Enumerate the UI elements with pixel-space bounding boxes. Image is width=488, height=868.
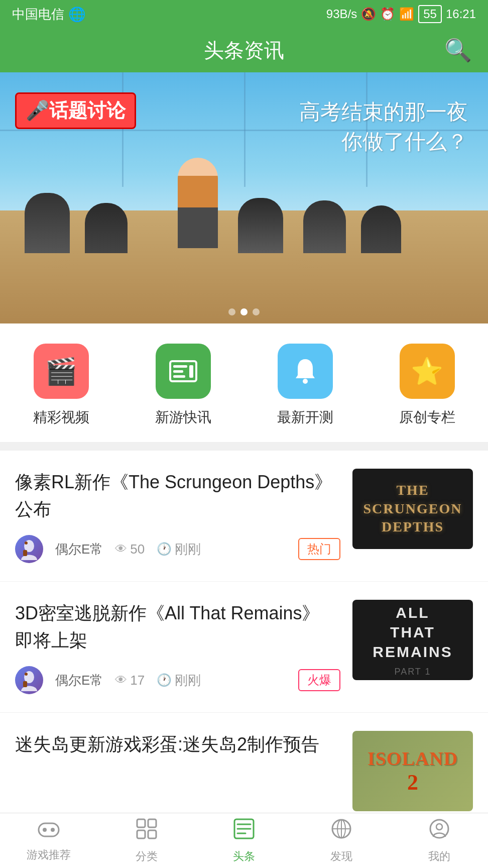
banner-dots — [228, 308, 260, 315]
nav-category-label: 分类 — [136, 849, 158, 864]
svg-point-6 — [303, 360, 308, 365]
news-list: 像素RL新作《The Scrungeon Depths》公布 偶尔E常 👁 50 — [0, 451, 488, 830]
nav-games[interactable]: 游戏推荐 — [9, 819, 89, 862]
nav-discover[interactable]: 发现 — [301, 818, 382, 864]
svg-rect-2 — [173, 370, 183, 373]
nav-discover-label: 发现 — [330, 849, 352, 864]
banner-text: 高考结束的那一夜 你做了什么？ — [299, 97, 468, 157]
status-right: 93B/s 🔕 ⏰ 📶 55 16:21 — [326, 5, 476, 23]
dot-2[interactable] — [240, 308, 248, 315]
banner-topic-label: 🎤话题讨论 — [15, 92, 136, 129]
nav-games-label: 游戏推荐 — [27, 847, 71, 862]
news-meta-1: 偶尔E常 👁 50 🕐 刚刚 热门 — [15, 535, 340, 563]
view-count-1: 👁 50 — [115, 541, 145, 557]
news-meta-2: 偶尔E常 👁 17 🕐 刚刚 火爆 — [15, 666, 340, 694]
news-content-3: 迷失岛更新游戏彩蛋:迷失岛2制作预告 — [15, 731, 340, 770]
svg-rect-20 — [148, 819, 156, 827]
status-bar: 中国电信 🌐 93B/s 🔕 ⏰ 📶 55 16:21 — [0, 0, 488, 28]
news-thumb-3: ISOLAND 2 — [352, 731, 473, 811]
svg-rect-4 — [189, 365, 193, 378]
discover-icon — [330, 818, 352, 845]
svg-point-32 — [436, 824, 442, 830]
author-name-2: 偶尔E常 — [55, 672, 103, 689]
mine-icon — [428, 818, 450, 845]
star-icon: ⭐ — [400, 344, 455, 399]
news-title-3: 迷失岛更新游戏彩蛋:迷失岛2制作预告 — [15, 731, 340, 758]
status-carrier: 中国电信 🌐 — [12, 6, 86, 23]
nav-mine[interactable]: 我的 — [399, 818, 479, 864]
nav-headline[interactable]: 头条 — [204, 818, 284, 864]
banner[interactable]: 🎤话题讨论 高考结束的那一夜 你做了什么？ — [0, 72, 488, 323]
tag-fire-2: 火爆 — [298, 669, 340, 691]
news-thumb-2: ALLTHATREMAINS PART 1 — [352, 600, 473, 680]
category-video[interactable]: 🎬 精彩视频 — [21, 344, 101, 427]
nav-category[interactable]: 分类 — [106, 818, 187, 864]
svg-rect-13 — [39, 823, 59, 836]
games-icon — [38, 819, 60, 843]
category-section: 🎬 精彩视频 新游快讯 最新开测 ⭐ 原创专栏 — [0, 323, 488, 443]
category-column[interactable]: ⭐ 原创专栏 — [387, 344, 467, 427]
news-content-2: 3D密室逃脱新作《All That Remains》 即将上架 偶尔E常 👁 1… — [15, 600, 340, 694]
svg-rect-1 — [173, 365, 187, 368]
nav-headline-label: 头条 — [233, 849, 255, 864]
svg-rect-3 — [173, 375, 185, 378]
avatar-1 — [15, 535, 43, 563]
app-header: 头条资讯 🔍 — [0, 28, 488, 72]
author-name-1: 偶尔E常 — [55, 540, 103, 558]
headline-icon — [233, 818, 255, 845]
news-item-2[interactable]: 3D密室逃脱新作《All That Remains》 即将上架 偶尔E常 👁 1… — [0, 582, 488, 713]
category-video-label: 精彩视频 — [33, 408, 89, 427]
svg-point-9 — [25, 541, 28, 545]
section-divider — [0, 443, 488, 451]
video-icon: 🎬 — [34, 344, 89, 399]
news-item-1[interactable]: 像素RL新作《The Scrungeon Depths》公布 偶尔E常 👁 50 — [0, 451, 488, 582]
svg-rect-8 — [23, 550, 27, 556]
page-title: 头条资讯 — [204, 37, 284, 64]
search-button[interactable]: 🔍 — [444, 37, 472, 63]
news-icon — [156, 344, 211, 399]
news-thumb-1: THESCRUNGEONDEPTHS — [352, 469, 473, 549]
svg-rect-11 — [23, 681, 27, 687]
svg-point-31 — [430, 820, 448, 838]
category-test-label: 最新开测 — [277, 408, 333, 427]
svg-rect-19 — [137, 819, 145, 827]
news-title-2: 3D密室逃脱新作《All That Remains》 即将上架 — [15, 600, 340, 654]
svg-point-12 — [25, 673, 28, 676]
svg-point-15 — [51, 828, 55, 832]
time-2: 🕐 刚刚 — [157, 672, 201, 689]
category-icon — [136, 818, 158, 845]
news-title-1: 像素RL新作《The Scrungeon Depths》公布 — [15, 469, 340, 523]
dot-1[interactable] — [228, 308, 235, 315]
svg-rect-21 — [137, 830, 145, 838]
tag-hot-1: 热门 — [298, 538, 340, 560]
news-content-1: 像素RL新作《The Scrungeon Depths》公布 偶尔E常 👁 50 — [15, 469, 340, 563]
bell-icon — [278, 344, 333, 399]
category-news-label: 新游快讯 — [155, 408, 211, 427]
avatar-2 — [15, 666, 43, 694]
view-count-2: 👁 17 — [115, 673, 145, 688]
category-column-label: 原创专栏 — [399, 408, 455, 427]
svg-point-5 — [303, 379, 308, 384]
svg-rect-22 — [148, 830, 156, 838]
time-1: 🕐 刚刚 — [157, 540, 201, 558]
nav-mine-label: 我的 — [428, 849, 450, 864]
dot-3[interactable] — [253, 308, 260, 315]
category-news[interactable]: 新游快讯 — [143, 344, 223, 427]
bottom-navigation: 游戏推荐 分类 头条 — [0, 813, 488, 868]
category-test[interactable]: 最新开测 — [265, 344, 345, 427]
